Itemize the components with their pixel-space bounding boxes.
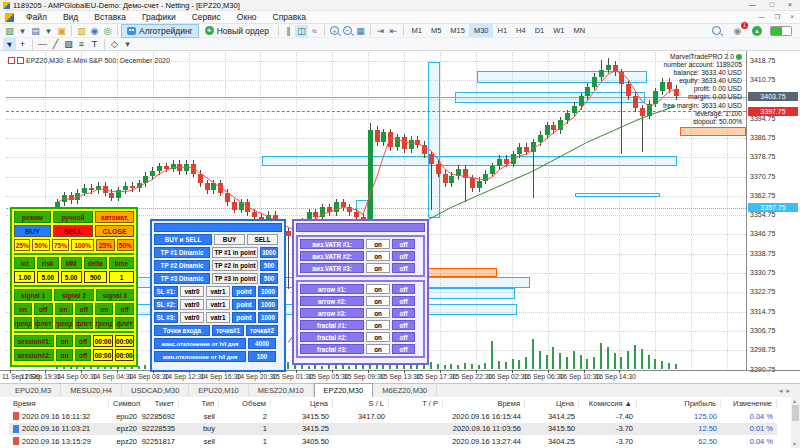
trend-flat-button-5[interactable]: флет	[115, 317, 134, 329]
buy-button[interactable]: BUY	[214, 234, 245, 245]
market-icon[interactable]: ▥	[75, 25, 88, 37]
chevron-down-icon[interactable]: ▾	[16, 25, 29, 37]
signal-2-off-button[interactable]: off	[75, 303, 94, 315]
scrollbar-thumb[interactable]	[792, 405, 799, 421]
trend-flat-button-0[interactable]: тренд	[14, 317, 32, 329]
signals-icon[interactable]: ◎	[101, 25, 114, 37]
sl-2-value[interactable]: 1000	[258, 299, 278, 310]
param-button-time[interactable]: time	[109, 257, 134, 269]
sl-3-point-button[interactable]: point	[232, 312, 256, 323]
-VATR-1-on-button[interactable]: on	[366, 239, 390, 249]
param-button-delta[interactable]: delta	[84, 257, 107, 269]
trendline-icon[interactable]: ╱	[49, 38, 62, 50]
signal-3-off-button[interactable]: off	[115, 303, 134, 315]
signal-button-1[interactable]: signal 1	[14, 289, 52, 301]
fractal-2-off-button[interactable]: off	[392, 332, 415, 342]
signal-button-2[interactable]: signal 2	[54, 289, 93, 301]
tile-windows-icon[interactable]: ▦	[354, 25, 367, 37]
new-chart-icon[interactable]: ▧	[3, 25, 16, 37]
timeframe-mn[interactable]: MN	[569, 24, 590, 37]
horizontal-line-icon[interactable]: —	[36, 38, 49, 50]
zoom-out-icon[interactable]: −	[341, 25, 354, 37]
action-close-button[interactable]: CLOSE	[95, 225, 134, 237]
sl-3-value[interactable]: 1000	[258, 312, 278, 323]
sl-2-vatr0-button[interactable]: vatr0	[180, 299, 204, 310]
chart-tab-usdcad-m30[interactable]: USDCAD,M30	[122, 384, 189, 397]
arrow-3-on-button[interactable]: on	[366, 308, 390, 318]
child-close-button[interactable]: ×	[790, 13, 794, 21]
timeframe-m15[interactable]: M15	[446, 24, 470, 37]
equidistant-channel-icon[interactable]: ▨	[62, 38, 75, 50]
trend-flat-button-3[interactable]: флет	[75, 317, 94, 329]
chart-shift-icon[interactable]: ⇤	[387, 25, 400, 37]
-VATR-3-off-button[interactable]: off	[392, 263, 415, 273]
chart-tab-epu20-m10[interactable]: EPU20,M10	[189, 384, 248, 397]
search-icon[interactable]	[710, 25, 723, 37]
param-input-time[interactable]: 1	[109, 271, 134, 283]
mode-button-2[interactable]: автомат.	[95, 211, 134, 223]
percent-button-50%-1[interactable]: 50%	[32, 239, 49, 251]
sl-1-vatr0-button[interactable]: vatr0	[180, 286, 204, 297]
close-button[interactable]: ×	[788, 0, 792, 10]
fibonacci-icon[interactable]: ≡	[75, 38, 88, 50]
menu-item-вид[interactable]: Вид	[55, 12, 86, 22]
column-header-11[interactable]: Прибыль	[637, 399, 721, 408]
timeframe-m1[interactable]: M1	[407, 24, 426, 37]
tp-3-dinamic-button[interactable]: TP #3 Dinamic	[154, 273, 210, 284]
table-row[interactable]: 2020.09.16 11:03:21epz2092228535buy13415…	[9, 423, 777, 436]
column-header-4[interactable]: Объем	[219, 399, 271, 408]
sl-2-point-button[interactable]: point	[232, 299, 256, 310]
bar-chart-icon[interactable]: ∥	[282, 25, 295, 37]
menu-item-графики[interactable]: Графики	[134, 12, 184, 22]
percent-button-50%-5[interactable]: 50%	[117, 239, 134, 251]
profiles-icon[interactable]: ▤	[29, 25, 42, 37]
arrow-1-off-button[interactable]: off	[392, 284, 415, 294]
connection-toggle[interactable]	[770, 26, 792, 36]
tp-2-dinamic-button[interactable]: TP #2 Dinamic	[154, 260, 210, 271]
buy-sell-toggle-button[interactable]: BUY и SELL	[154, 234, 212, 245]
session-2-time-1[interactable]: 00:00	[93, 349, 112, 361]
sl-3-vatr0-button[interactable]: vatr0	[180, 312, 204, 323]
entry-point-2-button[interactable]: точка#2	[246, 325, 278, 336]
chart-tab-epz20-m30[interactable]: EPZ20,M30	[314, 383, 374, 398]
chevron-down-icon[interactable]: ▾	[42, 25, 55, 37]
arrow-2-off-button[interactable]: off	[392, 296, 415, 306]
tp-1-in-point-button[interactable]: TP #1 in point	[212, 247, 258, 258]
menu-item-файл[interactable]: Файл	[18, 12, 55, 22]
scroll-down-icon[interactable]: ▼	[792, 441, 797, 447]
community-user-icon[interactable]: ◉	[88, 25, 101, 37]
param-input-lot[interactable]: 1.00	[14, 271, 35, 283]
-VATR-2-on-button[interactable]: on	[366, 251, 390, 261]
text-tool-icon[interactable]: T	[88, 38, 101, 50]
percent-button-75%-2[interactable]: 75%	[52, 239, 69, 251]
table-row[interactable]: 2020.09.16 16:11:32epu2092285692sell2341…	[9, 410, 777, 423]
menu-item-сервис[interactable]: Сервис	[184, 12, 229, 22]
child-minimize-button[interactable]: —	[758, 13, 765, 21]
signal-3-on-button[interactable]: on	[95, 303, 113, 315]
session-1-off-button[interactable]: off	[75, 335, 91, 347]
menu-item-справка[interactable]: Справка	[265, 12, 314, 22]
entry-points-button[interactable]: Точки входа	[154, 325, 210, 336]
child-restore-button[interactable]: ❐	[774, 13, 780, 21]
min-deviation-value[interactable]: 100	[248, 351, 276, 362]
column-header-7[interactable]: T / P	[389, 399, 443, 408]
signal-1-on-button[interactable]: on	[14, 303, 32, 315]
trend-flat-button-1[interactable]: флет	[34, 317, 53, 329]
param-button-lot[interactable]: lot	[14, 257, 35, 269]
scroll-up-icon[interactable]: ▲	[792, 398, 797, 404]
column-header-8[interactable]: Время	[443, 399, 525, 408]
toolbox-scrollbar[interactable]: ▲ ▼	[791, 397, 800, 448]
percent-button-25%-4[interactable]: 25%	[96, 239, 114, 251]
session-1-time-2[interactable]: 00:00	[115, 335, 134, 347]
candle-chart-icon[interactable]: ◫	[295, 25, 308, 37]
tab-scroll-right-icon[interactable]: ▸	[786, 387, 790, 395]
trend-flat-button-4[interactable]: тренд	[95, 317, 113, 329]
session-1-on-button[interactable]: on	[56, 335, 72, 347]
fractal-1-off-button[interactable]: off	[392, 320, 415, 330]
line-chart-icon[interactable]: ≈	[308, 25, 321, 37]
percent-button-25%-0[interactable]: 25%	[14, 239, 30, 251]
signal-2-on-button[interactable]: on	[55, 303, 73, 315]
param-input-delta[interactable]: 500	[84, 271, 107, 283]
max-deviation-value[interactable]: 4000	[248, 338, 276, 349]
timeframe-d1[interactable]: D1	[530, 24, 549, 37]
